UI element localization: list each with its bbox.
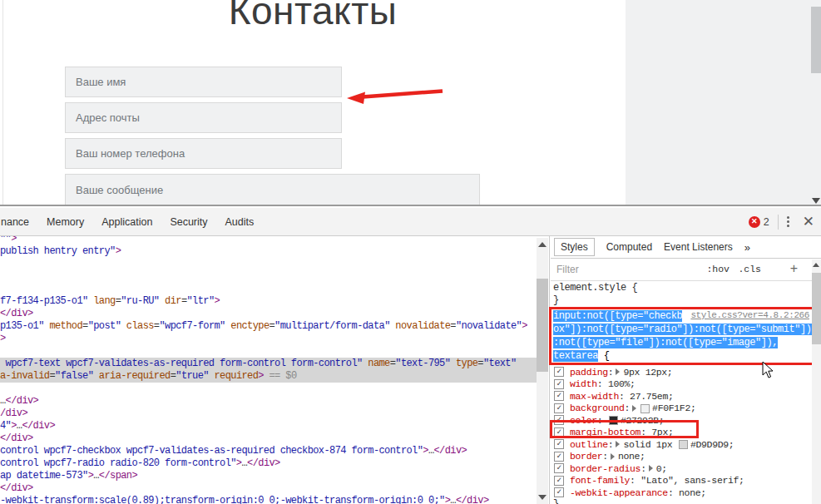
elements-code-line[interactable]: /div>: [0, 408, 537, 420]
class-toggle[interactable]: .cls: [738, 264, 761, 274]
filter-input[interactable]: Filter: [556, 264, 579, 275]
form-field-4[interactable]: Ваше сообщение: [65, 174, 480, 205]
property-row[interactable]: ✓margin-bottom: 7px;: [551, 427, 821, 439]
form-field-1[interactable]: Ваше имя: [65, 67, 342, 97]
error-badge-icon[interactable]: ✕: [749, 216, 760, 228]
property-row[interactable]: ✓border-radius:0;: [551, 462, 821, 475]
property-checkbox[interactable]: ✓: [554, 379, 564, 389]
expand-arrow-icon[interactable]: [632, 405, 636, 412]
expand-arrow-icon[interactable]: [616, 368, 620, 375]
code-segment: dir: [159, 295, 181, 307]
elements-code-line[interactable]: p135-o1" method="post" class="wpcf7-form…: [0, 320, 537, 333]
elements-scrollbar[interactable]: [537, 238, 548, 504]
code-segment: wpcf7-text wpcf7-validates-as-required f…: [0, 358, 363, 369]
stylesheet-source-link[interactable]: style.css?ver=4.8.2:266: [690, 310, 809, 320]
rule-selector-line[interactable]: textarea {: [551, 349, 821, 363]
property-checkbox[interactable]: ✓: [554, 476, 564, 486]
code-segment: </div>: [22, 420, 55, 432]
rule-closing-brace: }: [553, 498, 559, 504]
devtools-tab-nance[interactable]: nance: [1, 216, 29, 228]
elements-code-line[interactable]: publish hentry entry">: [0, 245, 537, 258]
elements-code-line[interactable]: control wpcf7-radio radio-820 form-contr…: [0, 457, 537, 470]
code-segment: "text": [483, 358, 517, 369]
code-segment: 4": [0, 420, 11, 432]
scroll-down-icon[interactable]: [538, 495, 547, 500]
expand-arrow-icon[interactable]: [611, 453, 615, 460]
property-checkbox[interactable]: ✓: [554, 403, 564, 413]
scroll-up-icon[interactable]: [538, 242, 547, 247]
expand-arrow-icon[interactable]: [649, 465, 653, 472]
elements-code-line[interactable]: [0, 283, 537, 295]
property-row[interactable]: ✓max-width: 27.75em;: [551, 390, 821, 403]
element-style-rule-open[interactable]: element.style {: [553, 282, 637, 294]
property-checkbox[interactable]: ✓: [554, 463, 564, 473]
code-segment: </div>: [247, 457, 280, 469]
property-row[interactable]: ✓-webkit-appearance: none;: [551, 487, 821, 499]
property-row[interactable]: ✓padding:9px 12px;: [551, 366, 821, 378]
property-row[interactable]: ✓border:none;: [551, 451, 821, 463]
rule-selector-line[interactable]: :not([type="file"]):not([type="image"]),: [551, 336, 821, 349]
styles-scrollbar-thumb[interactable]: [812, 273, 821, 344]
elements-code-line[interactable]: f7-f134-p135-o1" lang="ru-RU" dir="ltr">: [0, 295, 537, 308]
devtools-tab-application[interactable]: Application: [101, 216, 152, 228]
property-checkbox[interactable]: ✓: [554, 439, 564, 449]
more-tabs-icon[interactable]: »: [744, 241, 750, 254]
new-style-rule-button[interactable]: +: [790, 261, 798, 276]
elements-code-line[interactable]: a-invalid="false" aria-required="true" r…: [0, 370, 537, 383]
scroll-up-icon[interactable]: [813, 263, 819, 267]
property-row[interactable]: ✓background:#F0F1F2;: [551, 403, 821, 415]
field-placeholder: Ваше сообщение: [76, 184, 163, 196]
property-row[interactable]: ✓outline:solid 1px #D9D9D9;: [551, 438, 821, 451]
kebab-menu-icon[interactable]: [787, 216, 789, 227]
property-checkbox[interactable]: ✓: [554, 415, 564, 425]
elements-code-line[interactable]: …</div>: [0, 395, 537, 408]
error-count[interactable]: 2: [764, 216, 769, 228]
selector-text: ox"]):not([type="radio"]):not([type="sub…: [553, 324, 812, 335]
code-segment: </div>: [0, 482, 33, 494]
devtools-tab-memory[interactable]: Memory: [47, 216, 84, 228]
code-segment: method: [44, 320, 82, 332]
elements-scrollbar-thumb[interactable]: [537, 279, 548, 372]
form-field-2[interactable]: Адрес почты: [65, 102, 342, 133]
elements-code-line[interactable]: </div>: [0, 482, 537, 495]
elements-code-line[interactable]: -webkit-transform:scale(0.89);transform-…: [0, 495, 537, 504]
styles-filter-bar: Filter :hov .cls +: [551, 259, 821, 281]
expand-arrow-icon[interactable]: [616, 441, 620, 447]
property-row[interactable]: ✓color: #27292B;: [551, 414, 821, 427]
property-row[interactable]: ✓font-family: "Lato", sans-serif;: [551, 475, 821, 487]
form-field-3[interactable]: Ваш номер телефона: [65, 138, 342, 169]
elements-code-line[interactable]: [0, 345, 537, 358]
devtools-tab-audits[interactable]: Audits: [225, 216, 255, 228]
property-checkbox[interactable]: ✓: [554, 391, 564, 401]
tab-computed[interactable]: Computed: [606, 241, 652, 253]
devtools-tab-security[interactable]: Security: [170, 216, 207, 228]
page-scroll-down-icon[interactable]: [812, 198, 820, 204]
elements-code-line[interactable]: [0, 383, 537, 395]
page-scrollbar-thumb[interactable]: [811, 7, 821, 73]
elements-code-line[interactable]: [0, 270, 537, 283]
close-devtools-icon[interactable]: ✕: [803, 215, 814, 229]
elements-code-line[interactable]: wpcf7-text wpcf7-validates-as-required f…: [0, 358, 537, 370]
color-swatch[interactable]: [609, 416, 618, 425]
elements-code-line[interactable]: </div>: [0, 432, 537, 445]
elements-code-line[interactable]: ap datetime-573">…</span>: [0, 470, 537, 482]
page-title: Контакты: [0, 0, 626, 33]
color-swatch[interactable]: [640, 404, 650, 413]
elements-code-line[interactable]: control wpcf7-checkbox wpcf7-validates-a…: [0, 445, 537, 457]
elements-code-line[interactable]: "">: [0, 236, 537, 245]
pseudo-state-toggle[interactable]: :hov: [706, 264, 730, 274]
elements-code-line[interactable]: [0, 258, 537, 270]
property-row[interactable]: ✓width: 100%;: [551, 378, 821, 391]
property-checkbox[interactable]: ✓: [554, 427, 564, 437]
property-checkbox[interactable]: ✓: [554, 487, 564, 497]
styles-scrollbar[interactable]: [812, 259, 821, 504]
elements-code-line[interactable]: >: [0, 333, 537, 345]
color-swatch[interactable]: [679, 440, 688, 449]
tab-styles[interactable]: Styles: [554, 238, 595, 256]
property-checkbox[interactable]: ✓: [554, 367, 564, 377]
property-checkbox[interactable]: ✓: [554, 452, 564, 462]
rule-selector-line[interactable]: ox"]):not([type="radio"]):not([type="sub…: [551, 323, 821, 336]
tab-event-listeners[interactable]: Event Listeners: [664, 241, 733, 253]
elements-code-line[interactable]: 4">…</div>: [0, 420, 537, 432]
elements-code-line[interactable]: </div>: [0, 308, 537, 320]
